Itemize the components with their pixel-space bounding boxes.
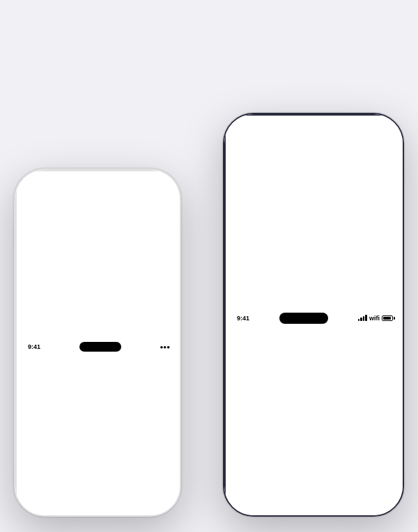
signal-icon — [358, 315, 367, 321]
battery-icon — [382, 315, 393, 321]
front-phone-notch — [279, 313, 328, 324]
phone-back: 9:41 ●●● ‹ Company Bene... Apply below t… — [14, 169, 181, 517]
front-status-icons: wifi — [358, 315, 393, 322]
phone-front: 9:41 wifi Application Sent! We'll get ba… — [223, 113, 404, 517]
wifi-icon: wifi — [369, 315, 380, 322]
back-phone-notch — [79, 342, 121, 352]
back-status-time: 9:41 — [28, 343, 40, 350]
front-status-time: 9:41 — [237, 315, 249, 322]
back-status-icons: ●●● — [160, 344, 170, 350]
